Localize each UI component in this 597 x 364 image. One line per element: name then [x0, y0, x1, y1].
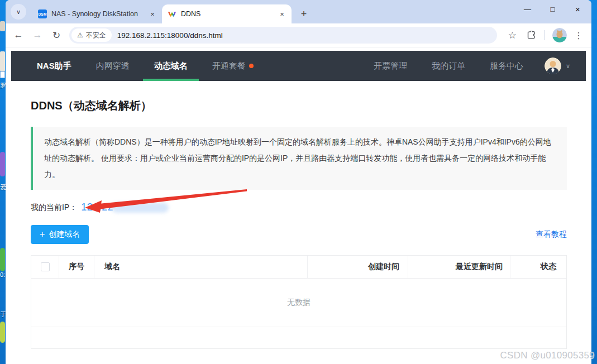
- browser-window: ∨ DSM NAS - Synology DiskStation ×: [6, 0, 591, 364]
- shortcut-arrow-fragment: [0, 71, 5, 78]
- empty-state: 无数据: [31, 279, 566, 327]
- tab-close-icon[interactable]: ×: [277, 9, 287, 19]
- watermark-text: CSDN @u010905359: [500, 350, 595, 361]
- intro-box: 动态域名解析（简称DDNS）是一种将用户的动态IP地址映射到一个固定的域名解析服…: [31, 127, 567, 190]
- browser-profile-avatar[interactable]: [552, 28, 567, 42]
- tab-search-button[interactable]: ∨: [11, 4, 26, 20]
- header-status: 状态: [510, 256, 566, 278]
- nav-item-nas-assistant[interactable]: NAS助手: [26, 51, 83, 81]
- page-content: DDNS（动态域名解析） 动态域名解析（简称DDNS）是一种将用户的动态IP地址…: [6, 98, 591, 349]
- desktop-icon-fragment: [0, 322, 5, 343]
- bookmark-star-icon[interactable]: ☆: [508, 30, 517, 41]
- nav-item-label: 开通套餐: [212, 61, 246, 71]
- tab-ddns[interactable]: DDNS ×: [162, 4, 292, 23]
- minimize-button[interactable]: —: [515, 1, 540, 17]
- notification-dot: [249, 64, 254, 68]
- header-serial: 序号: [59, 256, 94, 278]
- desktop: { "browser": { "tab_search_glyph": "∨", …: [0, 0, 597, 364]
- new-tab-button[interactable]: +: [296, 6, 312, 22]
- current-ip-row: 我的当前IP： 124.22: [31, 202, 567, 213]
- security-label: 不安全: [86, 31, 106, 40]
- toolbar-separator: [544, 30, 545, 40]
- dsm-favicon-text: DSM: [38, 9, 47, 18]
- nav-item-dynamic-domain[interactable]: 动态域名: [143, 51, 199, 81]
- select-all-checkbox[interactable]: [41, 262, 50, 271]
- nav-item-open-package[interactable]: 开通套餐: [201, 51, 265, 81]
- url-text: 192.168.2.115:18000/ddns.html: [117, 31, 223, 40]
- desktop-icon-label-fragment: 爱: [0, 183, 6, 191]
- desktop-icon-fragment: [0, 21, 5, 31]
- warning-triangle-icon: ⚠: [77, 31, 83, 39]
- nav-right: 开票管理 我的订单 服务中心 ∨: [361, 51, 586, 81]
- security-chip[interactable]: ⚠ 不安全: [71, 28, 112, 42]
- chevron-down-icon[interactable]: ∨: [566, 63, 570, 70]
- domains-table: 序号 域名 创建时间 最近更新时间 状态 无数据: [31, 255, 567, 349]
- desktop-icon-fragment: [0, 152, 5, 176]
- nav-item-invoice-management[interactable]: 开票管理: [362, 61, 418, 71]
- tab-close-icon[interactable]: ×: [147, 9, 157, 19]
- select-all-cell: [31, 256, 59, 278]
- desktop-icon-label-fragment: 0:: [0, 271, 6, 278]
- chevron-down-icon: ∨: [16, 8, 21, 16]
- browser-toolbar: ← → ↻ ⚠ 不安全 192.168.2.115:18000/ddns.htm…: [6, 23, 591, 47]
- desktop-icon-fragment: [0, 248, 5, 271]
- tab-title: DDNS: [181, 10, 277, 18]
- back-icon[interactable]: ←: [10, 27, 27, 44]
- forward-icon: →: [29, 27, 46, 44]
- header-update-time: 最近更新时间: [408, 256, 510, 278]
- window-controls: — □ ×: [515, 1, 590, 17]
- desktop-icon-fragment: [0, 51, 5, 71]
- actions-row: + 创建域名 查看教程: [31, 225, 567, 244]
- page-viewport: NAS助手 内网穿透 动态域名 开通套餐 开票管理 我的订单 服务中心: [6, 47, 591, 364]
- toolbar-icons: ☆ ⋮: [503, 28, 588, 42]
- dsm-favicon-icon: DSM: [38, 9, 47, 18]
- reload-icon[interactable]: ↻: [48, 27, 65, 44]
- maximize-button[interactable]: □: [540, 1, 565, 17]
- page-title: DDNS（动态域名解析）: [31, 98, 567, 113]
- main-nav: NAS助手 内网穿透 动态域名 开通套餐 开票管理 我的订单 服务中心: [11, 51, 586, 81]
- user-avatar[interactable]: [545, 58, 561, 74]
- current-ip-value: 124.22: [81, 202, 113, 213]
- nav-item-intranet-penetration[interactable]: 内网穿透: [85, 51, 141, 81]
- ddns-favicon-icon: [168, 9, 176, 18]
- plus-icon: +: [40, 229, 45, 240]
- close-button[interactable]: ×: [565, 1, 590, 17]
- create-domain-button[interactable]: + 创建域名: [31, 225, 89, 244]
- header-create-time: 创建时间: [308, 256, 408, 278]
- desktop-icon-label-fragment: 于: [0, 310, 6, 319]
- nav-item-my-orders[interactable]: 我的订单: [421, 61, 476, 71]
- tab-nas-synology[interactable]: DSM NAS - Synology DiskStation ×: [32, 4, 162, 23]
- table-header-row: 序号 域名 创建时间 最近更新时间 状态: [31, 256, 566, 279]
- tab-strip: ∨ DSM NAS - Synology DiskStation ×: [6, 0, 591, 23]
- tab-title: NAS - Synology DiskStation: [51, 10, 147, 18]
- create-domain-label: 创建域名: [49, 229, 80, 240]
- browser-menu-icon[interactable]: ⋮: [574, 30, 583, 41]
- redacted-ip-blur: [112, 203, 169, 213]
- desktop-icon-label-fragment: 罗: [0, 82, 6, 90]
- extensions-puzzle-icon[interactable]: [527, 31, 536, 40]
- table-footer-row: [31, 327, 566, 348]
- address-bar[interactable]: ⚠ 不安全 192.168.2.115:18000/ddns.html: [69, 27, 497, 44]
- view-tutorial-link[interactable]: 查看教程: [536, 229, 567, 240]
- header-domain: 域名: [94, 256, 308, 278]
- nav-item-service-center[interactable]: 服务中心: [479, 61, 534, 71]
- current-ip-label: 我的当前IP：: [31, 203, 77, 213]
